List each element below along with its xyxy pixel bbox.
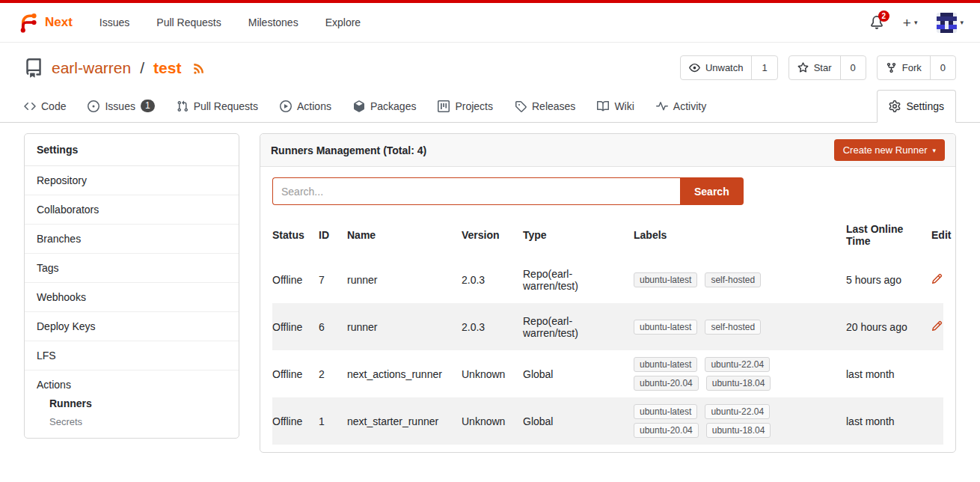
tag-icon [515, 100, 527, 112]
runner-id: 2 [319, 362, 347, 386]
navbar-item-explore[interactable]: Explore [325, 16, 361, 28]
table-row: Offline 2 next_actions_runner Unknown Gl… [272, 350, 943, 397]
runners-card-body: Search Status ID Name Version Type Label… [260, 167, 955, 452]
runner-label-chip: ubuntu-22.04 [705, 357, 770, 372]
runner-name: runner [347, 268, 462, 292]
runner-type: Repo(earl-warren/test) [523, 262, 634, 298]
search-input[interactable] [272, 177, 680, 205]
rss-feed-icon[interactable] [192, 61, 206, 75]
navbar-item-pull-requests[interactable]: Pull Requests [156, 16, 221, 28]
sidebar-item-tags[interactable]: Tags [25, 254, 239, 283]
watch-count[interactable]: 1 [752, 56, 777, 79]
notification-count-badge: 2 [878, 10, 889, 22]
runner-version: 2.0.3 [462, 268, 523, 292]
runner-labels: ubuntu-latestself-hosted [634, 314, 846, 341]
fork-button-group: Fork 0 [877, 55, 956, 80]
runner-label-chip: ubuntu-latest [634, 357, 697, 372]
unwatch-label: Unwatch [705, 62, 744, 73]
col-edit: Edit [931, 229, 943, 241]
repo-separator: / [140, 59, 144, 77]
runner-last-online: 5 hours ago [846, 268, 931, 292]
tab-projects[interactable]: Projects [438, 90, 493, 122]
sidebar-item-webhooks[interactable]: Webhooks [25, 283, 239, 312]
edit-cell [931, 314, 943, 340]
runner-label-chip: ubuntu-18.04 [706, 376, 771, 391]
table-row: Offline 7 runner 2.0.3 Repo(earl-warren/… [272, 256, 943, 303]
runner-type: Repo(earl-warren/test) [523, 309, 634, 345]
navbar: Next Issues Pull Requests Milestones Exp… [0, 3, 980, 43]
runner-version: Unknown [462, 362, 523, 386]
runner-label-chip: ubuntu-latest [634, 404, 697, 419]
runner-label-chip: ubuntu-latest [634, 272, 697, 287]
sidebar-item-collaborators[interactable]: Collaborators [25, 195, 239, 225]
runner-name: next_actions_runner [347, 362, 462, 386]
runner-last-online: last month [846, 409, 931, 433]
caret-down-icon: ▾ [914, 19, 918, 26]
runners-title: Runners Management (Total: 4) [271, 144, 426, 156]
fork-count[interactable]: 0 [931, 56, 955, 79]
runner-label-chip: ubuntu-20.04 [634, 376, 699, 391]
runner-status: Offline [272, 362, 319, 386]
create-runner-button[interactable]: Create new Runner ▾ [834, 139, 945, 161]
pull-request-icon [177, 100, 189, 112]
repo-header: earl-warren / test Unwatch 1 Star 0 [0, 43, 980, 90]
notifications-button[interactable]: 2 [870, 16, 883, 29]
tab-packages[interactable]: Packages [353, 90, 416, 122]
table-row: Offline 1 next_starter_runner Unknown Gl… [272, 397, 943, 445]
navbar-item-milestones[interactable]: Milestones [248, 16, 298, 28]
user-avatar [937, 13, 957, 33]
unwatch-button[interactable]: Unwatch [681, 56, 753, 79]
star-count[interactable]: 0 [841, 56, 866, 79]
tab-issues[interactable]: Issues 1 [88, 90, 154, 122]
sidebar-item-branches[interactable]: Branches [25, 225, 239, 254]
repo-title: earl-warren / test [24, 58, 206, 78]
sidebar-item-runners[interactable]: Runners [49, 397, 227, 409]
sidebar-header: Settings [25, 134, 239, 166]
runner-search-row: Search [272, 177, 943, 205]
runner-labels: ubuntu-latestself-hosted [634, 266, 846, 293]
tab-releases[interactable]: Releases [515, 90, 575, 122]
repo-name-link[interactable]: test [153, 59, 181, 77]
tab-activity[interactable]: Activity [656, 90, 706, 122]
sidebar-item-secrets[interactable]: Secrets [49, 416, 227, 427]
sidebar-item-deploy-keys[interactable]: Deploy Keys [25, 312, 239, 341]
edit-cell [931, 368, 943, 380]
runner-status: Offline [272, 315, 319, 339]
runner-id: 1 [319, 409, 347, 433]
sidebar-item-actions[interactable]: Actions [37, 379, 227, 391]
fork-label: Fork [902, 62, 922, 73]
fork-button[interactable]: Fork [878, 56, 931, 79]
runner-type: Global [523, 362, 634, 386]
repo-actions: Unwatch 1 Star 0 Fork 0 [680, 55, 956, 80]
sidebar-item-lfs[interactable]: LFS [25, 341, 239, 370]
plus-icon: + [903, 16, 911, 30]
runners-table-body: Offline 7 runner 2.0.3 Repo(earl-warren/… [272, 256, 943, 445]
edit-runner-button[interactable] [931, 320, 943, 332]
tab-settings[interactable]: Settings [877, 90, 956, 123]
search-button[interactable]: Search [680, 177, 744, 205]
sidebar-item-repository[interactable]: Repository [25, 166, 239, 195]
star-button[interactable]: Star [789, 56, 841, 79]
runner-label-chip: self-hosted [705, 272, 761, 287]
runner-label-chip: self-hosted [705, 320, 761, 335]
runners-table-header: Status ID Name Version Type Labels Last … [272, 214, 943, 256]
runner-type: Global [523, 409, 634, 433]
repo-owner-link[interactable]: earl-warren [52, 59, 131, 77]
create-new-menu[interactable]: + ▾ [903, 16, 918, 30]
edit-runner-button[interactable] [931, 273, 943, 284]
table-row: Offline 6 runner 2.0.3 Repo(earl-warren/… [272, 303, 943, 350]
forgejo-logo-icon [16, 11, 39, 34]
caret-down-icon: ▾ [932, 147, 936, 154]
user-menu[interactable]: ▾ [937, 13, 964, 33]
tab-actions[interactable]: Actions [280, 90, 331, 122]
runner-id: 7 [319, 268, 347, 292]
home-link[interactable]: Next [16, 11, 73, 34]
tab-code[interactable]: Code [24, 90, 66, 122]
runner-label-chip: ubuntu-22.04 [705, 404, 770, 419]
runner-last-online: last month [846, 362, 931, 386]
tab-wiki[interactable]: Wiki [597, 90, 634, 122]
navbar-item-issues[interactable]: Issues [99, 16, 129, 28]
tab-pull-requests[interactable]: Pull Requests [177, 90, 258, 122]
runner-last-online: 20 hours ago [846, 315, 931, 339]
star-label: Star [814, 62, 832, 73]
